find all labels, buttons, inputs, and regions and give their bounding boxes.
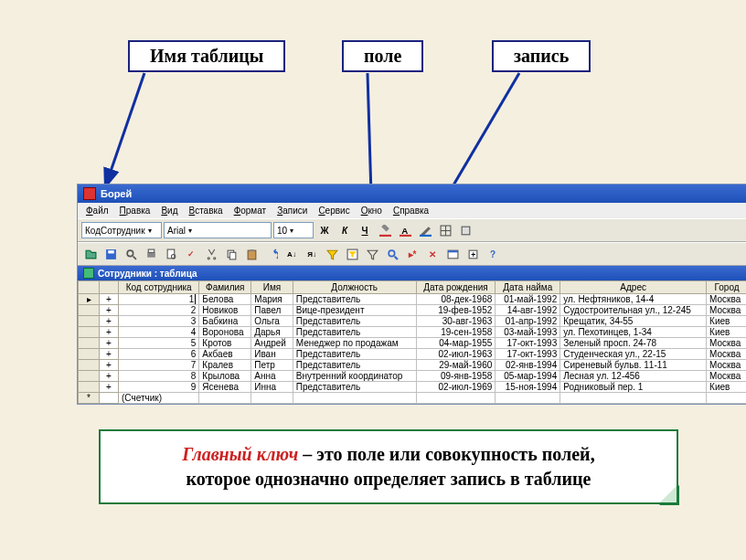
cell-name[interactable]: Анна xyxy=(251,371,293,382)
cell-birth[interactable]: 19-фев-1952 xyxy=(416,305,496,316)
menu-item[interactable]: Правка xyxy=(115,205,155,217)
cell-hire[interactable]: 15-ноя-1994 xyxy=(496,382,560,393)
row-selector[interactable] xyxy=(79,316,100,327)
row-selector[interactable] xyxy=(79,338,100,349)
column-header[interactable]: Имя xyxy=(251,281,293,294)
cell-name[interactable]: Инна xyxy=(251,382,293,393)
cell-id[interactable]: 6 xyxy=(119,349,199,360)
menu-item[interactable]: Файл xyxy=(81,205,113,217)
row-selector[interactable] xyxy=(79,371,100,382)
db-window-button[interactable] xyxy=(443,245,462,263)
cell-name[interactable]: Павел xyxy=(251,305,293,316)
menu-item[interactable]: Окно xyxy=(357,205,387,217)
cell-pos[interactable]: Представитель xyxy=(293,316,416,327)
cell-pos[interactable]: Представитель xyxy=(293,382,416,393)
sort-desc-button[interactable]: Я↓ xyxy=(303,245,321,263)
cell-id[interactable]: 7 xyxy=(119,360,199,371)
expand-button[interactable]: + xyxy=(100,338,119,349)
cell-name[interactable]: Петр xyxy=(251,360,293,371)
paste-button[interactable] xyxy=(242,245,261,263)
apply-filter-button[interactable] xyxy=(363,245,381,263)
cell-addr[interactable]: Судостроительная ул., 12-245 xyxy=(560,305,707,316)
menu-item[interactable]: Формат xyxy=(229,205,272,217)
cell-hire[interactable]: 17-окт-1993 xyxy=(496,338,560,349)
cell-fam[interactable]: Воронова xyxy=(199,327,251,338)
column-header[interactable]: Дата рождения xyxy=(416,281,496,294)
search-button[interactable] xyxy=(122,245,140,263)
table-row[interactable]: +3БабкинаОльгаПредставитель30-авг-196301… xyxy=(79,316,747,327)
cell-pos[interactable]: Представитель xyxy=(293,327,416,338)
new-record-button[interactable]: ▸* xyxy=(403,245,421,263)
cell-pos[interactable]: Представитель xyxy=(293,294,416,305)
column-header[interactable]: Город xyxy=(707,281,746,294)
underline-button[interactable]: Ч xyxy=(356,221,374,239)
find-button[interactable] xyxy=(383,245,401,263)
expand-button[interactable]: + xyxy=(100,349,119,360)
column-header[interactable]: Должность xyxy=(293,281,416,294)
cell-fam[interactable]: Акбаев xyxy=(199,349,251,360)
cell-id[interactable]: 4 xyxy=(119,327,199,338)
row-selector[interactable] xyxy=(79,360,100,371)
expand-button[interactable]: + xyxy=(100,305,119,316)
italic-button[interactable]: К xyxy=(336,221,354,239)
column-header[interactable]: Адрес xyxy=(560,281,707,294)
cell-fam[interactable]: Кротов xyxy=(199,338,251,349)
table-row[interactable]: +2НовиковПавелВице-президент19-фев-19521… xyxy=(79,305,747,316)
cell-city[interactable]: Киев xyxy=(707,327,746,338)
cell-id[interactable]: 3 xyxy=(119,316,199,327)
cell-hire[interactable]: 05-мар-1994 xyxy=(496,371,560,382)
table-row[interactable]: +8КрыловаАннаВнутренний координатор09-ян… xyxy=(79,371,747,382)
save-button[interactable] xyxy=(101,245,120,263)
cell-hire[interactable]: 14-авг-1992 xyxy=(496,305,560,316)
row-selector[interactable] xyxy=(79,349,100,360)
table-row[interactable]: +4ВороноваДарьяПредставитель19-сен-19580… xyxy=(79,327,747,338)
cell-city[interactable]: Киев xyxy=(707,316,746,327)
cell-city[interactable]: Москва xyxy=(707,294,746,305)
column-header[interactable]: Код сотрудника xyxy=(119,281,199,294)
special-effect-button[interactable] xyxy=(456,221,474,239)
field-combo[interactable]: КодСотрудник▾ xyxy=(81,222,162,238)
cell-city[interactable]: Киев xyxy=(707,382,746,393)
cell-birth[interactable]: 19-сен-1958 xyxy=(416,327,496,338)
print-button[interactable] xyxy=(142,245,160,263)
cell-hire[interactable]: 17-окт-1993 xyxy=(496,349,560,360)
cell-hire[interactable]: 01-май-1992 xyxy=(496,294,560,305)
expand-button[interactable]: + xyxy=(100,371,119,382)
cell-pos[interactable]: Представитель xyxy=(293,360,416,371)
copy-button[interactable] xyxy=(222,245,240,263)
row-selector[interactable] xyxy=(79,305,100,316)
spell-button[interactable]: ✓ xyxy=(182,245,200,263)
table-row[interactable]: +5КротовАндрейМенеджер по продажам04-мар… xyxy=(79,338,747,349)
fill-color-button[interactable] xyxy=(376,221,394,239)
cell-addr[interactable]: Крещатик, 34-55 xyxy=(560,316,707,327)
cell-hire[interactable]: 03-май-1993 xyxy=(496,327,560,338)
table-row[interactable]: +7КралевПетрПредставитель29-май-196002-я… xyxy=(79,360,747,371)
table-row[interactable]: +9ЯсеневаИннаПредставитель02-июл-196915-… xyxy=(79,382,747,393)
row-selector[interactable]: * xyxy=(79,393,100,404)
undo-button[interactable] xyxy=(262,245,281,263)
table-row[interactable]: +6АкбаевИванПредставитель02-июл-196317-о… xyxy=(79,349,747,360)
column-header[interactable]: Дата найма xyxy=(496,281,560,294)
cell-name[interactable]: Мария xyxy=(251,294,293,305)
row-selector[interactable]: ▸ xyxy=(79,294,100,305)
filter-sel-button[interactable] xyxy=(323,245,341,263)
menu-item[interactable]: Вставка xyxy=(184,205,227,217)
line-color-button[interactable] xyxy=(416,221,434,239)
cell-city[interactable]: Москва xyxy=(707,338,746,349)
size-combo[interactable]: 10▾ xyxy=(273,222,314,238)
cell-id[interactable]: 8 xyxy=(119,371,199,382)
cell-fam[interactable]: Крылова xyxy=(199,371,251,382)
cell-birth[interactable]: 09-янв-1958 xyxy=(416,371,496,382)
cell-hire[interactable]: 02-янв-1994 xyxy=(496,360,560,371)
cut-button[interactable] xyxy=(202,245,220,263)
cell-pos[interactable]: Внутренний координатор xyxy=(293,371,416,382)
cell-city[interactable]: Москва xyxy=(707,371,746,382)
cell-addr[interactable]: Зеленый просп. 24-78 xyxy=(560,338,707,349)
expand-button[interactable]: + xyxy=(100,294,119,305)
column-header[interactable]: Фамилия xyxy=(199,281,251,294)
cell-name[interactable]: Ольга xyxy=(251,316,293,327)
cell-hire[interactable]: 01-апр-1992 xyxy=(496,316,560,327)
menu-item[interactable]: Сервис xyxy=(314,205,354,217)
expand-button[interactable]: + xyxy=(100,382,119,393)
cell-birth[interactable]: 02-июл-1969 xyxy=(416,382,496,393)
